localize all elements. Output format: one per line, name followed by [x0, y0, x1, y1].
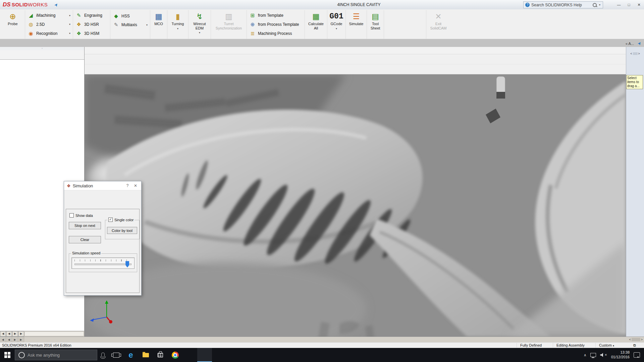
mco-button[interactable]: ▦ MCO	[152, 10, 165, 39]
minimize-button[interactable]: —	[614, 0, 624, 9]
scroll-last-icon[interactable]: ▶	[18, 331, 24, 337]
chevron-down-icon[interactable]: ▾	[336, 27, 337, 30]
from-process-template-button[interactable]: ⊕from Process Template	[249, 21, 302, 28]
microphone-button[interactable]	[97, 353, 109, 357]
clear-button[interactable]: Clear	[69, 236, 101, 243]
hss-button[interactable]: ◆HSS	[113, 12, 148, 20]
tab-prev-icon[interactable]: ◀	[6, 337, 12, 342]
3d-hsr-button[interactable]: ❖3D HSR	[75, 21, 108, 28]
network-icon[interactable]	[590, 353, 596, 357]
chrome-button[interactable]	[168, 348, 182, 362]
scroll-left-icon[interactable]: <	[629, 338, 631, 341]
chevron-down-icon[interactable]: ▾	[143, 23, 148, 26]
scroll-track[interactable]	[24, 331, 84, 336]
simulation-dialog-titlebar[interactable]: ❖ Simulation ? ✕	[64, 181, 141, 190]
chevron-down-icon[interactable]: ▾	[66, 14, 70, 17]
g01-icon: G01	[329, 11, 343, 21]
scroll-right-icon[interactable]: >	[641, 338, 643, 341]
imachining-button[interactable]: ◢iMachining▾	[28, 12, 70, 19]
photoshop-button[interactable]	[182, 348, 197, 362]
color-by-tool-button[interactable]: Color by tool	[107, 227, 137, 234]
search-dropdown-icon[interactable]: ▾	[599, 3, 600, 6]
stop-on-next-button[interactable]: Stop on next	[69, 222, 101, 229]
probe-icon: ⊕	[9, 11, 16, 21]
file-explorer-icon	[143, 353, 149, 357]
speed-slider[interactable]	[71, 257, 135, 269]
orientation-triad	[88, 297, 125, 329]
viewport-3d[interactable]	[85, 74, 626, 337]
simulate-button[interactable]: ☰ Simulate	[347, 10, 365, 39]
gcode-button[interactable]: G01 GCode ▾	[329, 10, 344, 39]
scroll-left-icon[interactable]: <	[630, 52, 632, 55]
multiaxis-icon: ✎	[113, 22, 119, 28]
start-button[interactable]	[0, 348, 15, 362]
25d-icon: ◍	[28, 21, 34, 27]
calculate-all-button[interactable]: ▦ Calculate All	[307, 10, 325, 39]
clock[interactable]: 13:38 01/12/2016	[611, 350, 630, 360]
show-data-checkbox[interactable]: Show data	[69, 213, 93, 218]
panel-scrollbar[interactable]: ◀ ◀ ▶ ▶	[0, 331, 84, 337]
solidcam-toolbar-view	[85, 54, 626, 64]
restore-button[interactable]: □	[624, 0, 634, 9]
close-button[interactable]: ✕	[634, 0, 644, 9]
simulate-icon: ☰	[353, 11, 360, 21]
single-color-checkbox[interactable]: ✓ Single color	[107, 218, 135, 222]
machining-process-button[interactable]: ≣Machining Process	[249, 30, 302, 37]
solidcam-menu-bar	[85, 47, 626, 54]
scroll-first-icon[interactable]: ◀	[0, 331, 6, 337]
taskpane-pin-icon[interactable]: ➤	[636, 41, 643, 47]
search-icon[interactable]	[593, 3, 597, 7]
25d-button[interactable]: ◍2.5D▾	[28, 21, 70, 28]
panel-gripper[interactable]: ◦	[0, 47, 84, 50]
3d-hsm-button[interactable]: ❖3D HSM	[75, 30, 108, 37]
edge-button[interactable]: e	[123, 348, 138, 362]
microphone-icon	[101, 353, 105, 357]
dialog-close-button[interactable]: ✕	[132, 183, 139, 188]
slider-thumb[interactable]	[125, 261, 129, 267]
tab-last-icon[interactable]: ▶	[18, 337, 24, 342]
notification-center-icon[interactable]	[634, 352, 640, 358]
task-view-button[interactable]	[109, 348, 123, 362]
slider-groove[interactable]	[74, 263, 131, 265]
chevron-down-icon[interactable]: ▾	[66, 32, 70, 35]
volume-muted-icon[interactable]: ✕	[600, 353, 607, 357]
custom-dropdown[interactable]: Custom ▴	[595, 343, 614, 348]
checkbox-checked-icon[interactable]: ✓	[108, 218, 113, 222]
recognition-button[interactable]: ◉Recognition▾	[28, 30, 70, 37]
help-search-box[interactable]: ? Search SOLIDWORKS Help ▾	[523, 1, 603, 8]
engraving-button[interactable]: ✎Engraving	[75, 12, 108, 19]
turning-button[interactable]: ▮ Turning ▾	[169, 10, 186, 39]
tag-icon[interactable]: ⧉	[630, 343, 636, 348]
simulation-icon: ❖	[67, 183, 71, 188]
dialog-title: Simulation	[73, 183, 93, 188]
file-explorer-button[interactable]	[138, 348, 153, 362]
scroll-right-icon[interactable]: >	[638, 52, 640, 55]
taskpane-mini-scrollbar[interactable]: < >	[630, 52, 640, 55]
tab-first-icon[interactable]: ◀	[0, 337, 6, 342]
store-button[interactable]	[153, 348, 168, 362]
chevron-down-icon[interactable]: ▾	[177, 27, 178, 30]
dialog-help-button[interactable]: ?	[124, 183, 130, 188]
scroll-left-icon[interactable]: ◀	[6, 331, 12, 337]
chevron-down-icon[interactable]: ▾	[199, 31, 200, 34]
bottom-h-scrollbar[interactable]: < >	[629, 337, 644, 342]
tool-sheet-button[interactable]: ▤ Tool Sheet	[369, 10, 382, 39]
edge-icon: e	[128, 351, 133, 359]
help-question-icon: ?	[525, 3, 530, 7]
turning-icon: ▮	[176, 11, 180, 21]
from-template-button[interactable]: ⊞from Template	[249, 12, 302, 19]
wirecut-edm-button[interactable]: ↯ Wirecut EDM ▾	[190, 10, 209, 39]
scroll-right-icon[interactable]: ▶	[12, 331, 18, 337]
cortana-icon	[18, 352, 25, 358]
solidworks-taskbar-button[interactable]	[197, 348, 212, 362]
checkbox-icon[interactable]	[69, 213, 74, 218]
view-tools-grid	[386, 10, 424, 39]
tab-next-icon[interactable]: ▶	[12, 337, 18, 342]
multiaxis-button[interactable]: ✎Multiaxis▾	[113, 21, 148, 28]
pin-menu-icon[interactable]: ➤	[53, 2, 59, 8]
cortana-search-box[interactable]: Ask me anything	[15, 350, 97, 360]
taskpane-collapsed-label[interactable]: « A...	[626, 42, 634, 46]
chevron-down-icon[interactable]: ▾	[66, 23, 70, 26]
probe-button[interactable]: ⊕ Probe	[2, 10, 23, 39]
tray-expand-icon[interactable]: ∧	[584, 353, 586, 357]
